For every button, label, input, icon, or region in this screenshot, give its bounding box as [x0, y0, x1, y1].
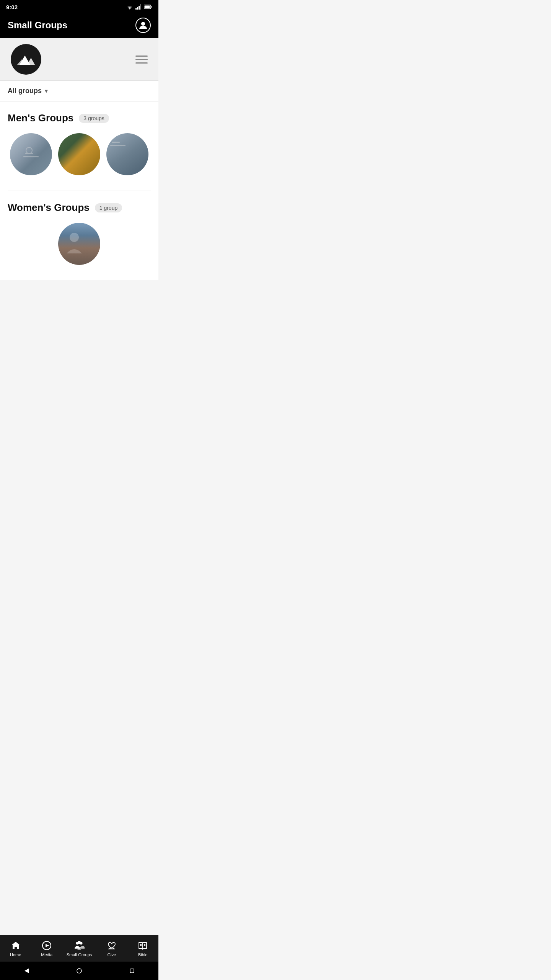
womens-groups-title: Women's Groups	[8, 202, 90, 214]
svg-rect-16	[112, 142, 120, 143]
chevron-down-icon: ▾	[45, 87, 48, 95]
mens-group-2[interactable]	[58, 133, 100, 175]
signal-icon	[135, 4, 142, 10]
womens-group-1-image	[58, 223, 100, 265]
status-bar: 9:02	[0, 0, 158, 14]
svg-rect-2	[137, 7, 138, 10]
svg-rect-15	[110, 145, 126, 146]
status-icons	[126, 4, 152, 10]
mens-group-1[interactable]	[10, 133, 52, 175]
mens-groups-header: Men's Groups 3 groups	[8, 112, 151, 124]
svg-marker-10	[27, 58, 35, 65]
status-time: 9:02	[6, 4, 18, 10]
wifi-icon	[126, 4, 133, 10]
svg-rect-7	[151, 6, 152, 8]
svg-rect-4	[140, 4, 141, 10]
mens-group-3[interactable]	[106, 133, 148, 175]
filter-label: All groups	[8, 87, 42, 95]
page-title: Small Groups	[8, 20, 67, 31]
mens-group-2-image	[58, 133, 100, 175]
hamburger-line-3	[135, 62, 148, 64]
womens-groups-section: Women's Groups 1 group	[0, 191, 158, 280]
hamburger-menu[interactable]	[135, 56, 148, 64]
mens-groups-title: Men's Groups	[8, 112, 73, 124]
svg-rect-12	[23, 156, 39, 157]
womens-groups-avatars	[8, 223, 151, 273]
svg-rect-6	[145, 6, 150, 8]
filter-row[interactable]: All groups ▾	[0, 80, 158, 101]
mens-groups-avatars	[8, 133, 151, 183]
womens-groups-header: Women's Groups 1 group	[8, 202, 151, 214]
mens-groups-section: Men's Groups 3 groups	[0, 101, 158, 191]
mens-group-3-image	[106, 133, 148, 175]
svg-point-14	[26, 147, 32, 154]
church-logo[interactable]	[11, 44, 41, 75]
app-header: Small Groups	[0, 14, 158, 38]
mens-groups-count: 3 groups	[79, 114, 109, 123]
svg-point-8	[141, 22, 145, 26]
mountain-logo-icon	[16, 52, 36, 67]
user-avatar-button[interactable]	[135, 18, 151, 33]
womens-group-1[interactable]	[58, 223, 100, 265]
battery-icon	[144, 5, 152, 9]
svg-point-0	[129, 9, 130, 10]
church-bar	[0, 38, 158, 80]
hamburger-line-2	[135, 59, 148, 60]
hamburger-line-1	[135, 56, 148, 57]
user-icon	[138, 20, 148, 30]
main-content: Men's Groups 3 groups	[0, 101, 158, 280]
mens-group-1-image	[10, 133, 52, 175]
svg-rect-1	[135, 8, 137, 10]
svg-rect-3	[139, 6, 140, 10]
svg-point-17	[70, 233, 79, 242]
womens-groups-count: 1 group	[95, 203, 122, 212]
